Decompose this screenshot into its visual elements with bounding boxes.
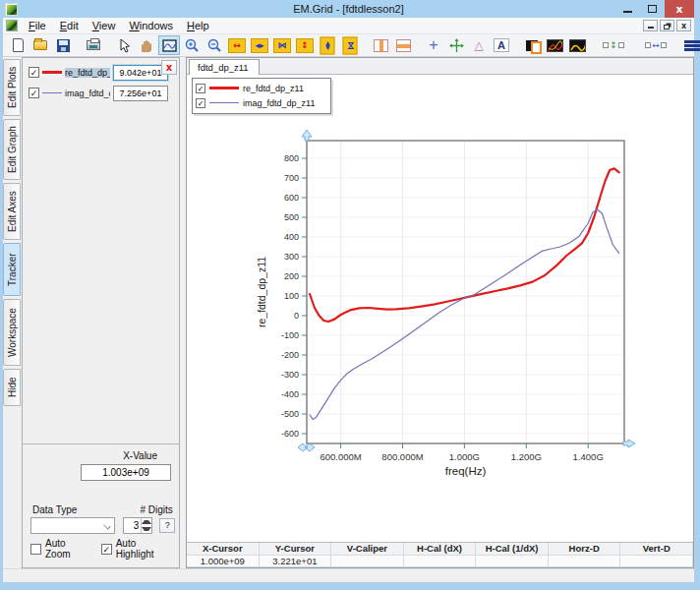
svg-text:100: 100 — [284, 291, 299, 301]
tracker-series-row[interactable]: ✓ imag_fdtd_dp_z11 — [29, 85, 176, 101]
legend-line-sample — [209, 102, 239, 103]
layout-icon — [684, 40, 700, 51]
new-document-button[interactable] — [7, 35, 29, 55]
tracker-cursor-icon — [449, 38, 464, 53]
svg-text:1.000G: 1.000G — [449, 451, 480, 462]
distribute-vertical-button[interactable]: ↕ — [597, 35, 630, 55]
main-area: Edit Plots Edit Graph Edit Axes Tracker … — [3, 57, 694, 568]
sidebar-tab-hide[interactable]: Hide — [3, 369, 21, 406]
vertical-band-marker-button[interactable] — [370, 35, 391, 55]
document-tab[interactable]: fdtd_dp_z11 — [189, 59, 260, 75]
x-axis-pan-right-icon — [623, 440, 635, 447]
compress-x-button[interactable]: ◂▸ — [249, 35, 270, 55]
menu-view[interactable]: View — [86, 19, 123, 32]
auto-zoom-label: Auto Zoom — [45, 538, 88, 560]
series-checkbox[interactable]: ✓ — [29, 67, 39, 78]
pan-button[interactable] — [136, 35, 157, 55]
fit-x-button[interactable]: ⋈ — [271, 35, 293, 55]
data-type-select[interactable] — [30, 517, 115, 534]
layout-button[interactable]: Layout — [679, 37, 700, 53]
series-label: imag_fdtd_dp_z11 — [65, 88, 110, 98]
distribute-horizontal-icon: ↔ — [645, 40, 667, 50]
svg-text:800.000M: 800.000M — [381, 451, 423, 462]
close-button[interactable]: x — [665, 0, 694, 18]
open-file-button[interactable] — [29, 35, 51, 55]
sidebar-tab-edit-axes[interactable]: Edit Axes — [3, 183, 21, 240]
expand-y-button[interactable]: ↕ — [294, 35, 316, 55]
legend-row[interactable]: ✓ re_fdtd_dp_z11 — [196, 81, 330, 95]
auto-zoom-checkbox[interactable] — [30, 544, 41, 555]
expand-x-button[interactable]: ↔ — [226, 35, 248, 55]
auto-highlight-checkbox[interactable]: ✓ — [101, 544, 112, 555]
tracker-series-row[interactable]: ✓ re_fdtd_dp_z11 — [29, 64, 176, 81]
status-value: 1.000e+09 — [187, 556, 260, 568]
save-button[interactable] — [52, 35, 74, 55]
svg-text:600: 600 — [284, 193, 299, 203]
legend-checkbox[interactable]: ✓ — [196, 84, 205, 93]
arrow-down-icon — [142, 527, 151, 531]
text-label-button[interactable]: A — [491, 35, 512, 55]
fit-x-icon: ⋈ — [273, 38, 291, 53]
series-checkbox[interactable]: ✓ — [29, 88, 39, 98]
help-button[interactable]: ? — [159, 518, 175, 533]
select-button[interactable] — [113, 35, 135, 55]
delta-marker-icon: △ — [474, 39, 483, 51]
legend-checkbox[interactable]: ✓ — [196, 98, 205, 108]
x-value-label: X-Value — [23, 450, 179, 461]
horizontal-band-marker-button[interactable] — [392, 35, 414, 55]
mdi-minimize-button[interactable] — [643, 20, 658, 31]
panel-close-button[interactable]: x — [161, 60, 177, 75]
fit-y-button[interactable]: ⋈ — [339, 35, 361, 55]
mdi-restore-button[interactable] — [660, 20, 674, 31]
digits-input[interactable] — [124, 518, 141, 533]
distribute-horizontal-button[interactable]: ↔ — [639, 35, 672, 55]
svg-text:300: 300 — [284, 252, 299, 262]
graph-style-dark-button[interactable] — [544, 35, 565, 55]
zoom-region-button[interactable] — [158, 35, 180, 55]
cross-marker-button[interactable]: + — [423, 35, 444, 55]
sidebar-tab-edit-graph[interactable]: Edit Graph — [3, 119, 21, 180]
tracker-cursor-button[interactable] — [445, 35, 467, 55]
menu-bar: File Edit View Windows Help x — [3, 18, 694, 34]
delta-marker-button[interactable]: △ — [468, 35, 490, 55]
fit-y-icon: ⋈ — [343, 36, 358, 54]
print-button[interactable] — [83, 35, 104, 55]
compress-y-button[interactable]: ◂▸ — [317, 35, 338, 55]
svg-text:600.000M: 600.000M — [320, 451, 361, 462]
maximize-button[interactable] — [640, 0, 665, 18]
legend-row[interactable]: ✓ imag_fdtd_dp_z11 — [196, 95, 330, 110]
menu-edit[interactable]: Edit — [53, 19, 86, 32]
sidebar-tab-tracker[interactable]: Tracker — [3, 243, 21, 296]
document-tabbar: fdtd_dp_z11 — [187, 58, 693, 75]
svg-text:800: 800 — [284, 153, 299, 163]
series-tracker-value[interactable] — [113, 86, 168, 101]
mdi-close-button[interactable]: x — [676, 20, 691, 31]
sidebar-tab-workspace[interactable]: Workspace — [3, 299, 21, 366]
graph-style-dark-icon — [547, 39, 563, 52]
copy-graph-button[interactable] — [521, 35, 543, 55]
menu-help[interactable]: Help — [180, 19, 216, 32]
svg-text:-600: -600 — [281, 429, 299, 439]
svg-text:-500: -500 — [281, 409, 299, 419]
svg-text:-100: -100 — [281, 330, 299, 340]
vertical-band-icon — [374, 39, 388, 52]
digits-down-button[interactable] — [142, 526, 151, 534]
minimize-button[interactable] — [615, 0, 640, 18]
zoom-out-button[interactable] — [204, 35, 225, 55]
menu-file[interactable]: File — [22, 19, 53, 32]
svg-text:700: 700 — [284, 173, 299, 183]
digits-up-button[interactable] — [142, 518, 151, 526]
sidebar-tab-edit-plots[interactable]: Edit Plots — [3, 59, 21, 116]
distribute-vertical-icon: ↕ — [603, 40, 624, 50]
digits-stepper[interactable] — [123, 517, 152, 534]
tracker-series-list: ✓ re_fdtd_dp_z11 ✓ imag_fdtd_dp_z11 x — [23, 58, 179, 444]
menu-windows[interactable]: Windows — [122, 19, 180, 32]
zoom-in-button[interactable] — [181, 35, 203, 55]
status-col-header: Vert-D — [620, 543, 693, 556]
graph-style-yellow-button[interactable] — [566, 35, 588, 55]
plot-canvas[interactable]: ✓ re_fdtd_dp_z11 ✓ imag_fdtd_dp_z11 8007… — [187, 75, 693, 542]
series-tracker-value[interactable] — [113, 65, 168, 81]
line-chart[interactable]: 8007006005004003002001000-100-200-300-40… — [187, 75, 693, 542]
svg-text:0: 0 — [294, 311, 299, 321]
x-value-input[interactable] — [81, 464, 171, 481]
